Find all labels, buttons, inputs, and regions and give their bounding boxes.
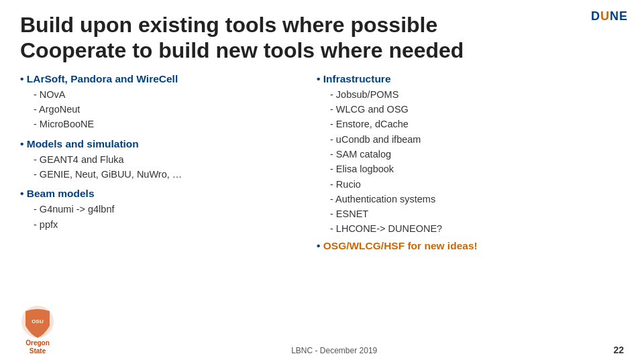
dune-logo: DUNE xyxy=(591,9,628,23)
right-sub-1-4: uCondb and ifbeam xyxy=(330,133,624,146)
slide-title: Build upon existing tools where possible… xyxy=(20,12,624,64)
footer: OSU OregonState LBNC - December 2019 22 xyxy=(0,304,644,355)
left-sub-1-2: ArgoNeut xyxy=(34,103,297,116)
right-sub-1-9: ESNET xyxy=(330,207,624,221)
page-number: 22 xyxy=(613,345,624,355)
right-sub-1-5: SAM catalog xyxy=(330,147,624,161)
left-sub-3-1: G4numi -> g4lbnf xyxy=(34,202,297,216)
right-sub-1-1: Jobsub/POMS xyxy=(330,88,624,101)
left-sub-3-2: ppfx xyxy=(34,218,297,231)
content-area: LArSoft, Pandora and WireCell NOvA ArgoN… xyxy=(20,73,624,255)
left-sub-2-2: GENIE, Neut, GiBUU, NuWro, … xyxy=(34,168,297,181)
left-bullet-1: LArSoft, Pandora and WireCell xyxy=(20,73,297,85)
slide: DUNE Build upon existing tools where pos… xyxy=(0,0,644,362)
left-bullet-3: Beam models xyxy=(20,188,297,200)
oregon-state-shield-icon: OSU xyxy=(20,304,55,339)
svg-text:OSU: OSU xyxy=(32,318,44,324)
right-sub-1-2: WLCG and OSG xyxy=(330,103,624,116)
right-column: Infrastructure Jobsub/POMS WLCG and OSG … xyxy=(310,73,624,255)
right-sub-1-8: Authentication systems xyxy=(330,192,624,206)
right-sub-1-10: LHCONE-> DUNEONE? xyxy=(330,222,624,235)
right-bullet-1: Infrastructure xyxy=(317,73,624,85)
right-bullet-2: OSG/WLCG/HSF for new ideas! xyxy=(317,240,624,252)
left-sub-1-3: MicroBooNE xyxy=(34,117,297,131)
oregon-state-label: OregonState xyxy=(25,339,50,355)
title-line2: Cooperate to build new tools where neede… xyxy=(20,38,464,62)
left-column: LArSoft, Pandora and WireCell NOvA ArgoN… xyxy=(20,73,310,255)
right-sub-1-7: Rucio xyxy=(330,178,624,191)
title-line1: Build upon existing tools where possible xyxy=(20,13,437,37)
left-sub-2-1: GEANT4 and Fluka xyxy=(34,153,297,166)
right-sub-1-6: Elisa logbook xyxy=(330,162,624,176)
right-sub-1-3: Enstore, dCache xyxy=(330,117,624,131)
footer-center-text: LBNC - December 2019 xyxy=(291,346,377,355)
left-sub-1-1: NOvA xyxy=(34,88,297,101)
left-bullet-2: Models and simulation xyxy=(20,138,297,150)
oregon-state-logo-area: OSU OregonState xyxy=(20,304,55,355)
